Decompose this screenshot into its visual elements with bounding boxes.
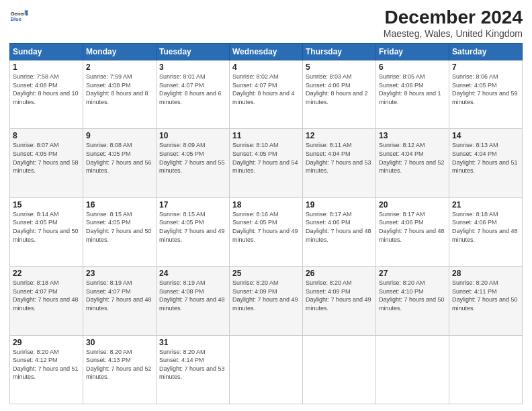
day-number: 1 <box>13 62 80 72</box>
day-number: 26 <box>306 269 373 278</box>
title-area: December 2024 Maesteg, Wales, United Kin… <box>384 7 523 39</box>
day-info: Sunrise: 8:20 AMSunset: 4:13 PMDaylight:… <box>86 349 152 381</box>
day-number: 18 <box>232 200 300 210</box>
table-row <box>230 335 303 404</box>
day-number: 7 <box>452 62 519 72</box>
day-number: 11 <box>232 131 300 140</box>
calendar-table: Sunday Monday Tuesday Wednesday Thursday… <box>9 43 523 404</box>
day-info: Sunrise: 8:16 AMSunset: 4:05 PMDaylight:… <box>232 211 298 243</box>
table-row: 5Sunrise: 8:03 AMSunset: 4:06 PMDaylight… <box>303 60 376 129</box>
calendar-week-2: 8Sunrise: 8:07 AMSunset: 4:05 PMDaylight… <box>10 129 523 197</box>
day-info: Sunrise: 8:07 AMSunset: 4:05 PMDaylight:… <box>13 142 79 174</box>
day-info: Sunrise: 8:02 AMSunset: 4:07 PMDaylight:… <box>232 73 295 105</box>
calendar-week-3: 15Sunrise: 8:14 AMSunset: 4:05 PMDayligh… <box>10 197 523 266</box>
day-number: 16 <box>86 200 153 210</box>
day-info: Sunrise: 8:18 AMSunset: 4:07 PMDaylight:… <box>13 279 79 312</box>
table-row: 23Sunrise: 8:19 AMSunset: 4:07 PMDayligh… <box>83 267 157 335</box>
day-info: Sunrise: 8:01 AMSunset: 4:07 PMDaylight:… <box>159 73 222 105</box>
table-row: 16Sunrise: 8:15 AMSunset: 4:05 PMDayligh… <box>83 197 157 266</box>
day-number: 5 <box>306 62 373 72</box>
table-row: 15Sunrise: 8:14 AMSunset: 4:05 PMDayligh… <box>10 197 83 266</box>
day-number: 6 <box>379 62 446 72</box>
day-info: Sunrise: 8:17 AMSunset: 4:06 PMDaylight:… <box>379 211 445 243</box>
table-row <box>376 335 449 404</box>
table-row: 22Sunrise: 8:18 AMSunset: 4:07 PMDayligh… <box>10 267 83 335</box>
table-row: 25Sunrise: 8:20 AMSunset: 4:09 PMDayligh… <box>230 267 303 335</box>
main-title: December 2024 <box>384 7 523 28</box>
day-number: 8 <box>13 131 80 140</box>
day-number: 23 <box>86 269 153 278</box>
logo: General Blue <box>9 7 28 26</box>
table-row: 30Sunrise: 8:20 AMSunset: 4:13 PMDayligh… <box>83 335 157 404</box>
table-row: 18Sunrise: 8:16 AMSunset: 4:05 PMDayligh… <box>230 197 303 266</box>
table-row: 28Sunrise: 8:20 AMSunset: 4:11 PMDayligh… <box>449 267 523 335</box>
day-number: 13 <box>379 131 446 140</box>
day-number: 9 <box>86 131 153 140</box>
table-row: 6Sunrise: 8:05 AMSunset: 4:06 PMDaylight… <box>376 60 449 129</box>
day-info: Sunrise: 8:14 AMSunset: 4:05 PMDaylight:… <box>13 211 79 243</box>
day-info: Sunrise: 8:15 AMSunset: 4:05 PMDaylight:… <box>86 211 152 243</box>
calendar-week-5: 29Sunrise: 8:20 AMSunset: 4:12 PMDayligh… <box>10 335 523 404</box>
table-row: 11Sunrise: 8:10 AMSunset: 4:05 PMDayligh… <box>230 129 303 197</box>
day-info: Sunrise: 8:13 AMSunset: 4:04 PMDaylight:… <box>452 142 518 174</box>
col-thursday: Thursday <box>303 44 376 60</box>
day-info: Sunrise: 8:11 AMSunset: 4:04 PMDaylight:… <box>306 142 371 174</box>
table-row: 13Sunrise: 8:12 AMSunset: 4:04 PMDayligh… <box>376 129 449 197</box>
day-info: Sunrise: 7:58 AMSunset: 4:08 PMDaylight:… <box>13 73 79 105</box>
day-number: 29 <box>13 338 80 347</box>
table-row: 29Sunrise: 8:20 AMSunset: 4:12 PMDayligh… <box>10 335 83 404</box>
day-number: 10 <box>159 131 226 140</box>
day-number: 20 <box>379 200 446 210</box>
day-info: Sunrise: 8:08 AMSunset: 4:05 PMDaylight:… <box>86 142 152 174</box>
day-info: Sunrise: 8:05 AMSunset: 4:06 PMDaylight:… <box>379 73 441 105</box>
col-wednesday: Wednesday <box>230 44 303 60</box>
day-info: Sunrise: 8:20 AMSunset: 4:12 PMDaylight:… <box>13 349 79 381</box>
page: General Blue December 2024 Maesteg, Wale… <box>0 0 532 411</box>
table-row: 3Sunrise: 8:01 AMSunset: 4:07 PMDaylight… <box>157 60 230 129</box>
day-number: 17 <box>159 200 226 210</box>
day-info: Sunrise: 7:59 AMSunset: 4:08 PMDaylight:… <box>86 73 148 105</box>
table-row: 27Sunrise: 8:20 AMSunset: 4:10 PMDayligh… <box>376 267 449 335</box>
day-info: Sunrise: 8:10 AMSunset: 4:05 PMDaylight:… <box>232 142 298 174</box>
table-row: 20Sunrise: 8:17 AMSunset: 4:06 PMDayligh… <box>376 197 449 266</box>
table-row: 9Sunrise: 8:08 AMSunset: 4:05 PMDaylight… <box>83 129 157 197</box>
table-row: 12Sunrise: 8:11 AMSunset: 4:04 PMDayligh… <box>303 129 376 197</box>
day-number: 27 <box>379 269 446 278</box>
table-row: 17Sunrise: 8:15 AMSunset: 4:05 PMDayligh… <box>157 197 230 266</box>
day-number: 22 <box>13 269 80 278</box>
day-number: 31 <box>159 338 226 347</box>
day-info: Sunrise: 8:12 AMSunset: 4:04 PMDaylight:… <box>379 142 445 174</box>
day-number: 21 <box>452 200 519 210</box>
day-number: 15 <box>13 200 80 210</box>
day-info: Sunrise: 8:20 AMSunset: 4:09 PMDaylight:… <box>306 279 371 312</box>
day-info: Sunrise: 8:19 AMSunset: 4:08 PMDaylight:… <box>159 279 225 312</box>
col-friday: Friday <box>376 44 449 60</box>
table-row: 10Sunrise: 8:09 AMSunset: 4:05 PMDayligh… <box>157 129 230 197</box>
day-number: 3 <box>159 62 226 72</box>
col-monday: Monday <box>83 44 157 60</box>
table-row <box>449 335 523 404</box>
logo-icon: General Blue <box>9 7 28 26</box>
day-info: Sunrise: 8:19 AMSunset: 4:07 PMDaylight:… <box>86 279 152 312</box>
day-info: Sunrise: 8:20 AMSunset: 4:14 PMDaylight:… <box>159 349 225 381</box>
table-row: 24Sunrise: 8:19 AMSunset: 4:08 PMDayligh… <box>157 267 230 335</box>
table-row <box>303 335 376 404</box>
calendar-week-1: 1Sunrise: 7:58 AMSunset: 4:08 PMDaylight… <box>10 60 523 129</box>
table-row: 4Sunrise: 8:02 AMSunset: 4:07 PMDaylight… <box>230 60 303 129</box>
day-info: Sunrise: 8:18 AMSunset: 4:06 PMDaylight:… <box>452 211 518 243</box>
day-number: 12 <box>306 131 373 140</box>
day-info: Sunrise: 8:15 AMSunset: 4:05 PMDaylight:… <box>159 211 225 243</box>
calendar-header-row: Sunday Monday Tuesday Wednesday Thursday… <box>10 44 523 60</box>
day-number: 14 <box>452 131 519 140</box>
day-number: 24 <box>159 269 226 278</box>
day-info: Sunrise: 8:03 AMSunset: 4:06 PMDaylight:… <box>306 73 368 105</box>
table-row: 1Sunrise: 7:58 AMSunset: 4:08 PMDaylight… <box>10 60 83 129</box>
col-tuesday: Tuesday <box>157 44 230 60</box>
day-info: Sunrise: 8:20 AMSunset: 4:11 PMDaylight:… <box>452 279 518 312</box>
day-info: Sunrise: 8:20 AMSunset: 4:09 PMDaylight:… <box>232 279 298 312</box>
table-row: 21Sunrise: 8:18 AMSunset: 4:06 PMDayligh… <box>449 197 523 266</box>
table-row: 7Sunrise: 8:06 AMSunset: 4:05 PMDaylight… <box>449 60 523 129</box>
day-number: 2 <box>86 62 153 72</box>
day-number: 28 <box>452 269 519 278</box>
day-info: Sunrise: 8:20 AMSunset: 4:10 PMDaylight:… <box>379 279 445 312</box>
